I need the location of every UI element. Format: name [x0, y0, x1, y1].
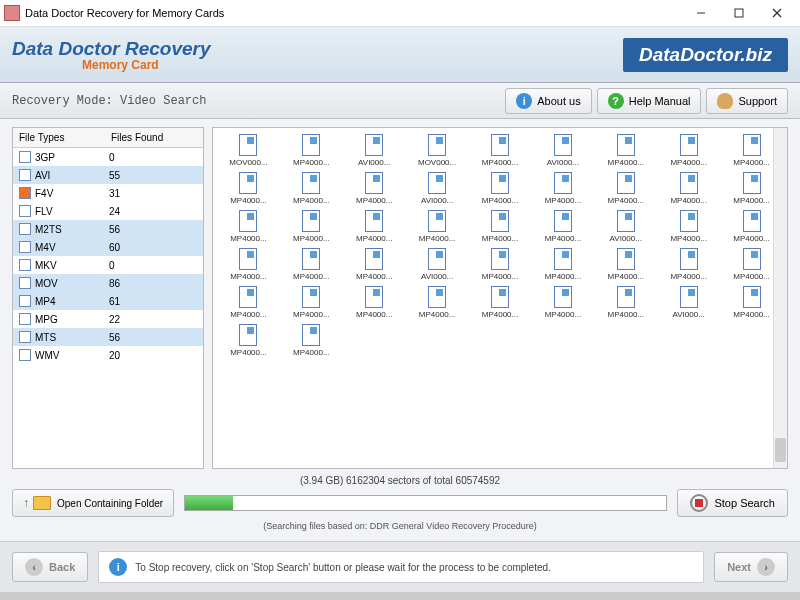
file-item[interactable]: MP4000...: [471, 170, 530, 208]
col-files-found[interactable]: Files Found: [111, 132, 197, 143]
file-type-row[interactable]: M2TS56: [13, 220, 203, 238]
file-type-row[interactable]: AVI55: [13, 166, 203, 184]
file-thumb-icon: [428, 134, 446, 156]
scroll-thumb[interactable]: [775, 438, 786, 462]
file-item[interactable]: MOV000...: [219, 132, 278, 170]
file-item[interactable]: MP4000...: [533, 246, 592, 284]
file-type-row[interactable]: F4V31: [13, 184, 203, 202]
brand-subtitle: Memory Card: [82, 58, 211, 72]
file-item[interactable]: MP4000...: [596, 132, 655, 170]
file-item[interactable]: MP4000...: [219, 284, 278, 322]
filetype-name: MP4: [35, 296, 109, 307]
file-item[interactable]: MP4000...: [345, 170, 404, 208]
file-types-list: 3GP0AVI55F4V31FLV24M2TS56M4V60MKV0MOV86M…: [13, 148, 203, 364]
file-type-row[interactable]: WMV20: [13, 346, 203, 364]
folder-icon: [33, 496, 51, 510]
minimize-button[interactable]: [682, 1, 720, 25]
file-label: MP4000...: [282, 158, 341, 167]
file-type-row[interactable]: FLV24: [13, 202, 203, 220]
file-thumb-icon: [365, 172, 383, 194]
file-item[interactable]: MP4000...: [471, 132, 530, 170]
file-item[interactable]: MP4000...: [219, 208, 278, 246]
file-label: MP4000...: [219, 348, 278, 357]
stop-search-button[interactable]: Stop Search: [677, 489, 788, 517]
file-item[interactable]: AVI000...: [596, 208, 655, 246]
file-thumb-icon: [680, 286, 698, 308]
file-item[interactable]: MP4000...: [471, 246, 530, 284]
file-item[interactable]: MP4000...: [596, 246, 655, 284]
file-item[interactable]: AVI000...: [659, 284, 718, 322]
file-item[interactable]: MP4000...: [596, 284, 655, 322]
about-us-button[interactable]: i About us: [505, 88, 591, 114]
file-item[interactable]: MP4000...: [659, 170, 718, 208]
stop-label: Stop Search: [714, 497, 775, 509]
help-label: Help Manual: [629, 95, 691, 107]
filetype-icon: [19, 187, 31, 199]
file-item[interactable]: MP4000...: [533, 208, 592, 246]
file-item[interactable]: MP4000...: [282, 246, 341, 284]
recovery-mode-label: Recovery Mode: Video Search: [12, 94, 206, 108]
file-item[interactable]: MP4000...: [659, 132, 718, 170]
file-item[interactable]: AVI000...: [408, 170, 467, 208]
progress-caption: (3.94 GB) 6162304 sectors of total 60574…: [12, 475, 788, 486]
file-thumb-icon: [239, 286, 257, 308]
support-button[interactable]: Support: [706, 88, 788, 114]
file-type-row[interactable]: MOV86: [13, 274, 203, 292]
filetype-name: MTS: [35, 332, 109, 343]
maximize-button[interactable]: [720, 1, 758, 25]
file-item[interactable]: MP4000...: [282, 208, 341, 246]
file-type-row[interactable]: 3GP0: [13, 148, 203, 166]
file-type-row[interactable]: MP461: [13, 292, 203, 310]
file-item[interactable]: MP4000...: [282, 284, 341, 322]
filetype-name: MKV: [35, 260, 109, 271]
filetype-name: M4V: [35, 242, 109, 253]
file-item[interactable]: MOV000...: [408, 132, 467, 170]
progress-fill: [185, 496, 233, 510]
file-item[interactable]: MP4000...: [533, 284, 592, 322]
file-type-row[interactable]: MTS56: [13, 328, 203, 346]
file-item[interactable]: MP4000...: [596, 170, 655, 208]
file-type-row[interactable]: MKV0: [13, 256, 203, 274]
file-item[interactable]: MP4000...: [408, 284, 467, 322]
file-item[interactable]: MP4000...: [219, 170, 278, 208]
next-button[interactable]: Next ›: [714, 552, 788, 582]
file-item[interactable]: MP4000...: [345, 284, 404, 322]
scrollbar[interactable]: [773, 128, 787, 468]
file-item[interactable]: MP4000...: [219, 246, 278, 284]
close-button[interactable]: [758, 1, 796, 25]
help-icon: ?: [608, 93, 624, 109]
file-label: MOV000...: [219, 158, 278, 167]
chevron-left-icon: ‹: [25, 558, 43, 576]
app-header: Data Doctor Recovery Memory Card DataDoc…: [0, 27, 800, 83]
file-item[interactable]: MP4000...: [219, 322, 278, 360]
help-manual-button[interactable]: ? Help Manual: [597, 88, 702, 114]
file-thumb-icon: [743, 210, 761, 232]
file-thumb-icon: [428, 286, 446, 308]
file-label: MP4000...: [596, 158, 655, 167]
file-item[interactable]: AVI000...: [345, 132, 404, 170]
open-containing-folder-button[interactable]: ↑ Open Containing Folder: [12, 489, 174, 517]
file-item[interactable]: AVI000...: [533, 132, 592, 170]
file-item[interactable]: MP4000...: [408, 208, 467, 246]
file-item[interactable]: MP4000...: [659, 208, 718, 246]
file-thumb-icon: [302, 248, 320, 270]
file-item[interactable]: MP4000...: [282, 322, 341, 360]
file-type-row[interactable]: M4V60: [13, 238, 203, 256]
file-item[interactable]: MP4000...: [659, 246, 718, 284]
file-item[interactable]: AVI000...: [408, 246, 467, 284]
back-button[interactable]: ‹ Back: [12, 552, 88, 582]
col-file-types[interactable]: File Types: [19, 132, 111, 143]
file-item[interactable]: MP4000...: [533, 170, 592, 208]
file-item[interactable]: MP4000...: [345, 246, 404, 284]
file-thumb-icon: [365, 248, 383, 270]
file-thumb-icon: [302, 286, 320, 308]
file-item[interactable]: MP4000...: [345, 208, 404, 246]
file-item[interactable]: MP4000...: [282, 132, 341, 170]
file-thumb-icon: [554, 172, 572, 194]
filetype-count: 24: [109, 206, 149, 217]
info-icon: i: [109, 558, 127, 576]
file-item[interactable]: MP4000...: [282, 170, 341, 208]
file-item[interactable]: MP4000...: [471, 208, 530, 246]
file-item[interactable]: MP4000...: [471, 284, 530, 322]
file-type-row[interactable]: MPG22: [13, 310, 203, 328]
